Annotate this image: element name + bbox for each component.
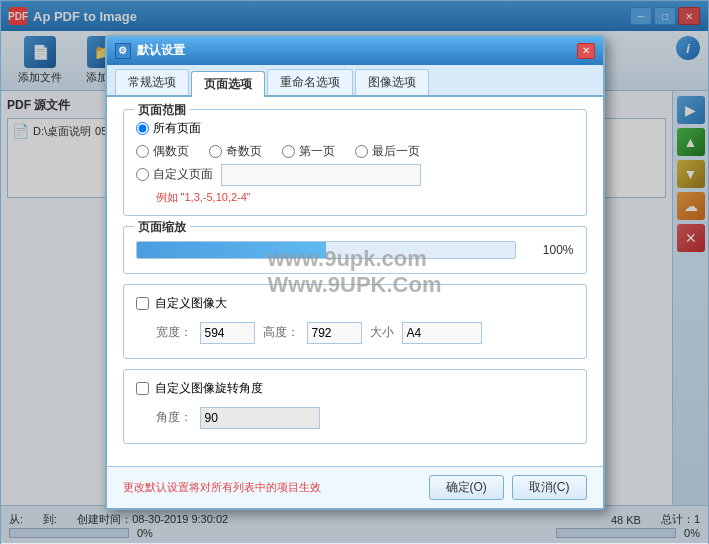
even-pages-radio[interactable] xyxy=(136,145,149,158)
zoom-row: 100% xyxy=(136,237,574,263)
last-page-label: 最后一页 xyxy=(372,143,420,160)
page-range-title: 页面范围 xyxy=(134,102,190,119)
custom-image-checkbox[interactable] xyxy=(136,297,149,310)
size-input[interactable] xyxy=(402,322,482,344)
custom-image-group: 自定义图像大 宽度： 高度： 大小 xyxy=(123,284,587,359)
first-page-label: 第一页 xyxy=(299,143,335,160)
dialog-tabs: 常规选项 页面选项 重命名选项 图像选项 xyxy=(107,65,603,97)
width-input[interactable] xyxy=(200,322,255,344)
custom-page-label: 自定义页面 xyxy=(153,166,213,183)
footer-buttons: 确定(O) 取消(C) xyxy=(429,475,587,500)
odd-pages-radio[interactable] xyxy=(209,145,222,158)
angle-label: 角度： xyxy=(156,409,192,426)
size-label: 大小 xyxy=(370,324,394,341)
even-pages-item: 偶数页 xyxy=(136,143,189,160)
angle-input[interactable] xyxy=(200,407,320,429)
dialog-body: 页面范围 所有页面 偶数页 奇数页 xyxy=(107,97,603,466)
zoom-group: 页面缩放 100% xyxy=(123,226,587,274)
width-label: 宽度： xyxy=(156,324,192,341)
rotation-label: 自定义图像旋转角度 xyxy=(155,380,263,397)
custom-page-radio[interactable] xyxy=(136,168,149,181)
dialog-title-left: ⚙ 默认设置 xyxy=(115,42,185,59)
last-page-item: 最后一页 xyxy=(355,143,420,160)
first-page-item: 第一页 xyxy=(282,143,335,160)
even-pages-label: 偶数页 xyxy=(153,143,189,160)
example-text: 例如 "1,3,-5,10,2-4" xyxy=(156,191,251,203)
odd-pages-label: 奇数页 xyxy=(226,143,262,160)
page-options-row: 偶数页 奇数页 第一页 最后一页 xyxy=(136,143,574,160)
size-inputs-row: 宽度： 高度： 大小 xyxy=(136,318,574,348)
cancel-button[interactable]: 取消(C) xyxy=(512,475,587,500)
rotation-checkbox[interactable] xyxy=(136,382,149,395)
dialog-title-icon: ⚙ xyxy=(115,43,131,59)
tab-page[interactable]: 页面选项 xyxy=(191,71,265,97)
settings-dialog: ⚙ 默认设置 ✕ 常规选项 页面选项 重命名选项 图像选项 页面范围 xyxy=(105,35,605,510)
zoom-slider[interactable] xyxy=(136,241,516,259)
page-range-group: 页面范围 所有页面 偶数页 奇数页 xyxy=(123,109,587,216)
rotation-checkbox-row: 自定义图像旋转角度 xyxy=(136,380,574,397)
all-pages-row: 所有页面 xyxy=(136,120,574,137)
last-page-radio[interactable] xyxy=(355,145,368,158)
zoom-value: 100% xyxy=(524,243,574,257)
custom-page-input[interactable] xyxy=(221,164,421,186)
tab-general[interactable]: 常规选项 xyxy=(115,69,189,95)
custom-image-label: 自定义图像大 xyxy=(155,295,227,312)
modal-overlay: www.9upk.com Www.9UPK.Com ⚙ 默认设置 ✕ 常规选项 … xyxy=(1,1,708,543)
custom-image-checkbox-row: 自定义图像大 xyxy=(136,295,574,312)
odd-pages-item: 奇数页 xyxy=(209,143,262,160)
custom-page-row: 自定义页面 xyxy=(136,164,574,186)
angle-inputs-row: 角度： xyxy=(136,403,574,433)
tab-image[interactable]: 图像选项 xyxy=(355,69,429,95)
dialog-close-button[interactable]: ✕ xyxy=(577,43,595,59)
zoom-title: 页面缩放 xyxy=(134,219,190,236)
confirm-button[interactable]: 确定(O) xyxy=(429,475,504,500)
zoom-slider-fill xyxy=(137,242,326,258)
all-pages-radio[interactable] xyxy=(136,122,149,135)
main-window: PDF Ap PDF to Image ─ □ ✕ 📄 添加文件 📁 添加文 i… xyxy=(0,0,709,544)
footer-note: 更改默认设置将对所有列表中的项目生效 xyxy=(123,480,321,495)
all-pages-label: 所有页面 xyxy=(153,120,201,137)
custom-page-item: 自定义页面 xyxy=(136,166,213,183)
rotation-group: 自定义图像旋转角度 角度： xyxy=(123,369,587,444)
height-label: 高度： xyxy=(263,324,299,341)
tab-rename[interactable]: 重命名选项 xyxy=(267,69,353,95)
dialog-footer: 更改默认设置将对所有列表中的项目生效 确定(O) 取消(C) xyxy=(107,466,603,508)
dialog-title-bar: ⚙ 默认设置 ✕ xyxy=(107,37,603,65)
dialog-title: 默认设置 xyxy=(137,42,185,59)
first-page-radio[interactable] xyxy=(282,145,295,158)
height-input[interactable] xyxy=(307,322,362,344)
